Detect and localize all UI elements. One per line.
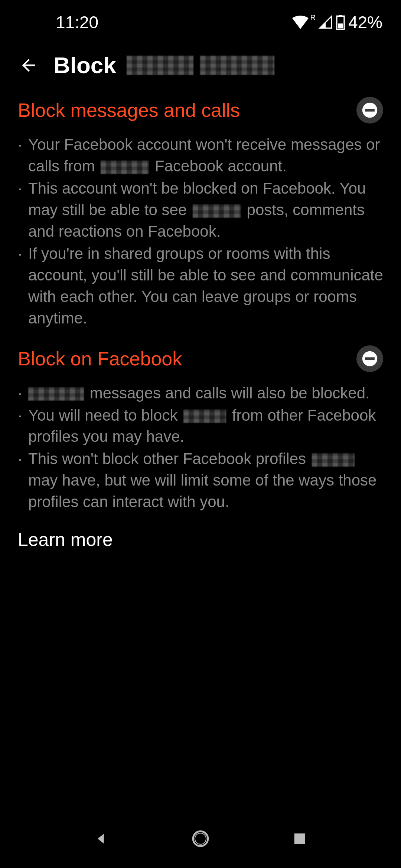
section-title: Block messages and calls xyxy=(18,99,240,121)
minus-circle-icon xyxy=(362,351,378,367)
bullet-list: · Your Facebook account won't receive me… xyxy=(18,134,383,329)
bullet-dot: · xyxy=(18,382,28,404)
redacted-name-title xyxy=(127,56,274,75)
nav-home-button[interactable] xyxy=(188,826,213,852)
svg-rect-9 xyxy=(294,834,305,844)
bullet-text: This account won't be blocked on Faceboo… xyxy=(28,178,383,242)
list-item: · messages and calls will also be blocke… xyxy=(18,382,383,404)
redacted-name xyxy=(101,161,149,174)
redacted-name xyxy=(28,387,84,401)
text-post: Facebook account. xyxy=(150,157,287,175)
section-header[interactable]: Block on Facebook xyxy=(18,345,383,372)
nav-recents-button[interactable] xyxy=(287,826,313,852)
status-time: 11:20 xyxy=(19,12,98,32)
list-item: · Your Facebook account won't receive me… xyxy=(18,134,383,177)
text-post: messages and calls will also be blocked. xyxy=(85,384,370,402)
nav-back-button[interactable] xyxy=(88,826,114,852)
svg-rect-4 xyxy=(365,109,375,111)
page-title: Block xyxy=(53,52,274,78)
roaming-indicator: R xyxy=(310,13,315,22)
page-title-prefix: Block xyxy=(53,52,116,78)
bullet-text: messages and calls will also be blocked. xyxy=(28,382,383,404)
bullet-list: · messages and calls will also be blocke… xyxy=(18,382,383,513)
system-nav-bar xyxy=(0,816,401,868)
status-right: R 42% xyxy=(292,12,382,32)
text-pre: You will need to block xyxy=(28,407,182,424)
redacted-name xyxy=(183,410,226,423)
block-messages-icon-button[interactable] xyxy=(356,97,383,124)
bullet-dot: · xyxy=(18,178,28,242)
minus-circle-icon xyxy=(362,102,378,118)
app-bar: Block xyxy=(0,41,401,89)
list-item: · This account won't be blocked on Faceb… xyxy=(18,178,383,242)
back-button[interactable] xyxy=(19,55,39,75)
bullet-dot: · xyxy=(18,134,28,177)
section-header[interactable]: Block messages and calls xyxy=(18,97,383,124)
content: Block messages and calls · Your Facebook… xyxy=(0,89,401,550)
battery-icon xyxy=(336,15,345,30)
redacted-name xyxy=(193,204,241,218)
section-block-messages: Block messages and calls · Your Facebook… xyxy=(18,97,383,329)
list-item: · If you're in shared groups or rooms wi… xyxy=(18,243,383,329)
status-bar: 11:20 R 42% xyxy=(0,0,401,41)
learn-more-link[interactable]: Learn more xyxy=(18,529,383,550)
list-item: · You will need to block from other Face… xyxy=(18,405,383,448)
text-pre: This won't block other Facebook profiles xyxy=(28,450,310,467)
wifi-icon xyxy=(292,15,309,29)
battery-percent: 42% xyxy=(348,12,382,32)
section-title: Block on Facebook xyxy=(18,348,182,370)
bullet-text: You will need to block from other Facebo… xyxy=(28,405,383,448)
bullet-text: This won't block other Facebook profiles… xyxy=(28,448,383,513)
bullet-text: If you're in shared groups or rooms with… xyxy=(28,243,383,329)
block-facebook-icon-button[interactable] xyxy=(356,345,383,372)
bullet-dot: · xyxy=(18,405,28,448)
bullet-dot: · xyxy=(18,448,28,513)
svg-rect-6 xyxy=(365,357,375,360)
section-block-facebook: Block on Facebook · messages and calls w… xyxy=(18,345,383,513)
redacted-name xyxy=(312,453,355,467)
text-post: may have, but we will limit some of the … xyxy=(28,471,376,510)
svg-point-8 xyxy=(195,833,206,844)
svg-rect-2 xyxy=(338,23,343,28)
bullet-dot: · xyxy=(18,243,28,329)
bullet-text: Your Facebook account won't receive mess… xyxy=(28,134,383,177)
list-item: · This won't block other Facebook profil… xyxy=(18,448,383,513)
signal-icon xyxy=(319,15,333,29)
